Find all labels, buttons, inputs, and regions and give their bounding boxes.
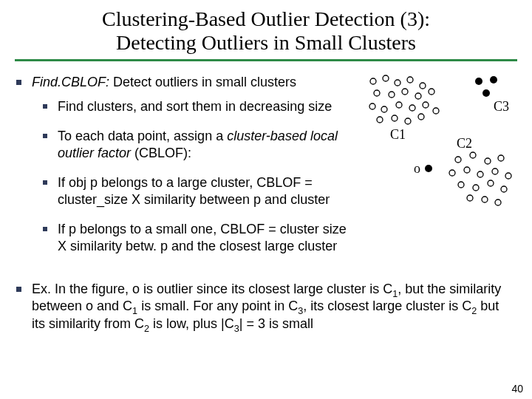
bullet-1a-text: Find clusters, and sort them in decreasi… [58,98,332,115]
svg-point-36 [467,195,473,201]
cluster-c2-points [449,152,511,205]
example-text: Ex. In the figure, o is outlier since it… [32,281,516,332]
label-c2: C2 [457,136,472,151]
title-line-1: Clustering-Based Outlier Detection (3): [102,7,430,30]
ex-t: Ex. In the figure, o is outlier since it… [32,282,392,296]
svg-point-1 [383,75,389,81]
svg-point-32 [458,182,464,188]
bullet-1b-text: To each data point, assign a cluster-bas… [58,128,356,161]
ex-sub: 3 [234,323,239,333]
cluster-figure: C1 C3 C2 o [362,72,517,213]
svg-point-37 [482,197,488,202]
svg-point-8 [415,93,421,99]
svg-point-23 [455,157,461,163]
svg-point-13 [409,105,415,111]
ex-t: , its closest large cluster is C [303,299,471,313]
title-block: Clustering-Based Outlier Detection (3): … [0,0,532,61]
bullet-1-rest: Detect outliers in small clusters [109,75,296,89]
svg-point-7 [402,89,408,95]
svg-point-16 [377,117,383,123]
svg-point-15 [433,108,439,114]
bullet-1-text: Find.CBLOF: Detect outliers in small clu… [32,74,296,91]
svg-point-29 [477,171,483,177]
label-o: o [414,161,420,177]
bullet-icon [43,104,47,109]
svg-point-26 [498,155,504,161]
svg-point-35 [501,186,507,192]
label-c1: C1 [390,127,406,143]
bullet-icon [16,287,21,292]
bullet-icon [43,180,47,185]
svg-point-3 [407,77,413,83]
example-bullet: Ex. In the figure, o is outlier since it… [16,281,516,332]
bullet-1: Find.CBLOF: Detect outliers in small clu… [16,74,356,91]
bullet-1b-post: (CBLOF): [131,146,191,160]
page-number: 40 [511,383,523,395]
svg-point-17 [392,115,398,121]
svg-point-34 [488,180,494,186]
svg-point-28 [464,167,470,173]
bullet-icon [16,80,21,85]
svg-point-5 [374,90,380,96]
svg-point-9 [429,89,434,95]
bullet-icon [43,134,47,138]
bullet-1d-text: If p belongs to a small one, CBLOF = clu… [58,221,356,254]
ex-t: is low, plus |C [149,316,234,331]
svg-point-24 [470,152,476,158]
svg-point-0 [370,78,376,84]
bullet-1c-text: If obj p belongs to a large cluster, CBL… [58,174,356,208]
svg-point-27 [449,170,455,176]
svg-point-14 [423,102,429,108]
slide: Clustering-Based Outlier Detection (3): … [0,0,532,399]
bullet-1d: If p belongs to a small one, CBLOF = clu… [43,221,356,254]
content-area: Find.CBLOF: Detect outliers in small clu… [16,74,356,267]
svg-point-30 [492,168,498,174]
svg-point-22 [482,89,490,97]
svg-point-18 [405,118,411,124]
svg-point-11 [381,106,387,112]
svg-point-6 [389,92,395,98]
svg-point-33 [473,185,479,191]
svg-point-21 [490,76,497,83]
title-line-2: Detecting Outliers in Small Clusters [116,31,416,54]
label-c3: C3 [494,99,509,115]
svg-point-25 [485,158,491,164]
svg-point-38 [495,200,501,205]
outlier-o-point [425,165,432,172]
bullet-icon [43,227,47,231]
cluster-c3-points [475,76,497,97]
cluster-c1-points [369,75,439,124]
ex-sub: 2 [144,323,149,333]
bullet-1b: To each data point, assign a cluster-bas… [43,128,356,161]
cluster-svg [362,72,517,213]
svg-point-12 [396,102,402,108]
bullet-1b-pre: To each data point, assign a [58,129,227,143]
ex-t: is small. For any point in C [137,299,298,313]
svg-point-2 [395,80,400,86]
svg-point-20 [475,78,482,85]
bullet-1-prefix: Find.CBLOF: [32,75,109,89]
svg-point-31 [505,173,511,179]
svg-point-4 [420,83,426,89]
slide-title: Clustering-Based Outlier Detection (3): … [72,7,460,59]
ex-t: | = 3 is small [239,316,313,331]
bullet-1c: If obj p belongs to a large cluster, CBL… [43,174,356,208]
title-underline [15,59,517,61]
svg-point-19 [418,114,424,120]
bullet-1a: Find clusters, and sort them in decreasi… [43,98,356,115]
svg-point-10 [369,103,375,109]
